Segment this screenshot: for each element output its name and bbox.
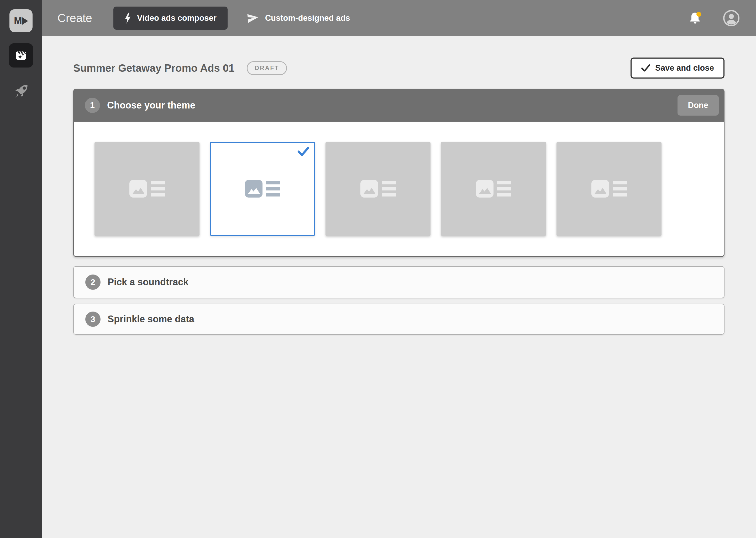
step-pick-soundtrack[interactable]: 2 Pick a soundtrack (73, 266, 725, 298)
step-title: Choose your theme (107, 100, 195, 111)
image-text-placeholder-icon (476, 180, 511, 198)
lightning-icon (124, 13, 131, 24)
main-content: Summer Getaway Promo Ads 01 DRAFT Save a… (42, 36, 756, 335)
image-text-placeholder-icon (245, 180, 280, 198)
logo-letter: M (14, 15, 22, 26)
page-head: Summer Getaway Promo Ads 01 DRAFT Save a… (73, 58, 725, 79)
image-text-placeholder-icon (591, 180, 627, 198)
theme-card[interactable] (95, 142, 200, 236)
app-logo[interactable]: M (10, 9, 32, 32)
save-button-label: Save and close (655, 63, 714, 73)
campaign-title: Summer Getaway Promo Ads 01 (73, 62, 234, 74)
step-number-badge: 2 (85, 275, 101, 290)
avatar-icon (723, 10, 740, 27)
account-menu-button[interactable] (723, 10, 740, 27)
image-text-placeholder-icon (129, 180, 165, 198)
page-title-create: Create (58, 12, 92, 25)
theme-grid (95, 142, 724, 236)
notifications-button[interactable] (688, 11, 703, 25)
save-and-close-button[interactable]: Save and close (631, 58, 725, 79)
tab-label: Custom-designed ads (265, 13, 350, 23)
check-icon (641, 64, 650, 73)
sidebar-item-video-ads[interactable] (9, 43, 33, 68)
tab-custom-designed-ads[interactable]: Custom-designed ads (247, 7, 350, 30)
image-text-placeholder-icon (360, 180, 396, 198)
logo-play-icon (22, 17, 28, 25)
status-badge: DRAFT (247, 61, 287, 75)
theme-card[interactable] (325, 142, 431, 236)
paper-plane-icon (246, 12, 260, 24)
step-title: Pick a soundtrack (108, 277, 188, 288)
theme-card[interactable] (441, 142, 546, 236)
selected-check-icon (297, 146, 310, 157)
bell-notification-icon (688, 11, 703, 25)
theme-card[interactable] (210, 142, 315, 236)
step-1-header[interactable]: 1 Choose your theme Done (73, 89, 725, 122)
clapperboard-sparkles-icon (14, 48, 28, 63)
video-ads-composer-app: M (0, 0, 756, 538)
theme-card[interactable] (556, 142, 661, 236)
step-sprinkle-data[interactable]: 3 Sprinkle some data (73, 304, 725, 335)
topbar-right (688, 10, 740, 27)
topbar: Create Video ads composer Custom-designe… (42, 0, 756, 36)
step-title: Sprinkle some data (108, 314, 194, 325)
tab-video-ads-composer[interactable]: Video ads composer (114, 7, 228, 30)
step-choose-theme: 1 Choose your theme Done (73, 89, 725, 257)
sidebar: M (0, 0, 42, 538)
tab-label: Video ads composer (137, 13, 216, 23)
step-number-badge: 3 (85, 311, 101, 327)
rocket-icon (13, 83, 29, 100)
step-1-body (73, 122, 725, 257)
step-number-badge: 1 (85, 98, 100, 113)
done-button[interactable]: Done (678, 95, 719, 116)
sidebar-item-launch[interactable] (9, 79, 33, 103)
